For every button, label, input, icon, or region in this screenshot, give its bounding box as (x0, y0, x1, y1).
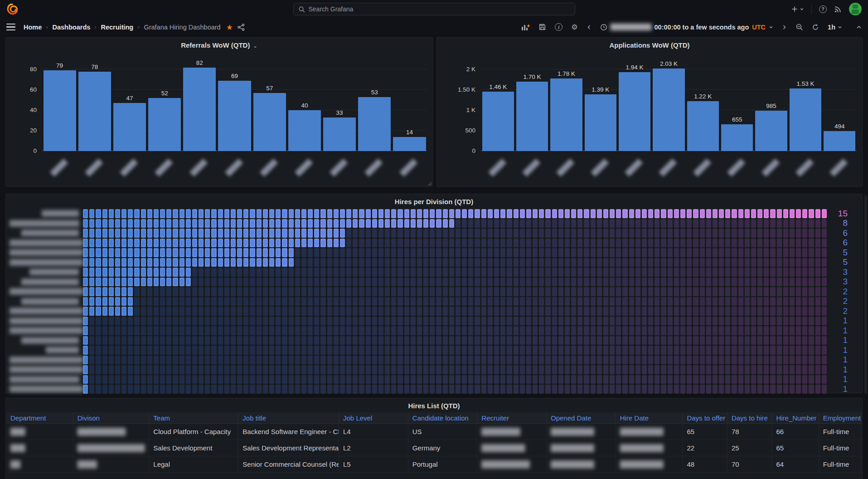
breadcrumb-item[interactable]: Dashboards (53, 24, 91, 31)
bar[interactable] (113, 103, 146, 151)
panel-title[interactable]: Hires List (QTD) (6, 402, 862, 410)
bar[interactable] (288, 110, 321, 151)
breadcrumb-bar: Home›Dashboards›Recruiting›Grafana Hirin… (0, 18, 868, 36)
gauge-cell (295, 268, 300, 277)
bar[interactable] (721, 124, 753, 151)
refresh-icon[interactable] (812, 24, 819, 31)
user-avatar[interactable] (849, 3, 862, 15)
bar[interactable] (824, 131, 855, 151)
grafana-logo[interactable] (6, 3, 18, 15)
search-input[interactable]: Search Grafana (293, 3, 575, 15)
share-icon[interactable] (238, 24, 245, 31)
gauge-cell (320, 239, 325, 248)
bar[interactable] (323, 117, 356, 151)
table-row[interactable]: ██████LegalSenior Commercial Counsel (Re… (6, 456, 862, 473)
breadcrumb-item[interactable]: Recruiting (101, 24, 134, 31)
gauge-cell (629, 297, 634, 306)
gauge-cell (713, 346, 718, 355)
gauge-cell (282, 307, 287, 316)
panel-resize-handle[interactable] (427, 181, 432, 186)
gauge-cell (565, 258, 570, 267)
gauge-cell (757, 287, 762, 296)
gauge-cell (276, 385, 281, 394)
gauge-cell (668, 287, 673, 296)
gauge-cell (770, 326, 775, 335)
bar[interactable] (358, 97, 391, 151)
column-header[interactable]: Divison (73, 412, 150, 423)
save-icon[interactable] (538, 23, 546, 31)
gauge-cell (552, 258, 557, 267)
gauge-cell (89, 317, 94, 326)
cell-text: 65 (687, 428, 694, 435)
bar[interactable] (183, 68, 216, 151)
breadcrumb-item[interactable]: Home (24, 24, 42, 31)
bar[interactable] (44, 70, 76, 151)
gauge-cell (128, 385, 133, 394)
column-header[interactable]: Job Level (339, 412, 408, 423)
column-header[interactable]: Hire Date (616, 412, 683, 423)
cell-text: 22 (687, 444, 694, 452)
table-row[interactable]: █████████████Cloud Platform - CapacityBa… (6, 424, 862, 440)
column-header[interactable]: Employment Type (819, 412, 862, 423)
settings-gear-icon[interactable]: ⚙ (571, 23, 577, 31)
gauge-cell (179, 326, 184, 335)
gauge-cell (719, 248, 724, 257)
gauge-cell (359, 336, 364, 345)
column-header[interactable]: Opened Date (547, 412, 616, 423)
news-rss-icon[interactable] (834, 5, 842, 13)
column-header[interactable]: Candidate location (408, 412, 478, 423)
gauge-cell (757, 326, 762, 335)
collapse-up-icon[interactable] (856, 25, 862, 29)
bar[interactable] (585, 94, 616, 151)
menu-icon[interactable] (6, 24, 15, 30)
favorite-star-icon[interactable]: ★ (226, 23, 233, 32)
gauge-cell (231, 385, 236, 394)
bar[interactable] (393, 137, 426, 151)
bar[interactable] (516, 82, 548, 151)
gauge-cell (391, 278, 396, 287)
gauge-cell (802, 385, 807, 394)
new-button[interactable] (791, 5, 804, 13)
bar[interactable] (619, 72, 650, 151)
gauge-cell (745, 356, 750, 365)
chevron-down-icon (800, 7, 804, 11)
bar[interactable] (550, 78, 582, 151)
bar[interactable] (755, 111, 787, 151)
column-header[interactable]: Job title (238, 412, 339, 423)
gauge-cell (539, 317, 544, 326)
gauge-cell (725, 336, 730, 345)
bar[interactable] (78, 72, 111, 151)
gauge-cell (327, 336, 332, 345)
table-row[interactable]: █████████████████Sales DevelopmentSales … (6, 440, 862, 456)
scrollbar[interactable] (864, 195, 867, 394)
column-header[interactable]: Days to hire (727, 412, 772, 423)
gauge-cell (102, 229, 107, 238)
zoom-out-icon[interactable] (795, 23, 803, 31)
column-header[interactable]: Hire_Number ↓ (772, 412, 819, 423)
time-forward-icon[interactable] (782, 24, 787, 30)
bar[interactable] (687, 101, 719, 151)
gauge-cell (199, 317, 204, 326)
gauge-cell (346, 375, 351, 384)
add-panel-icon[interactable] (521, 23, 530, 31)
bar[interactable] (653, 68, 684, 151)
panel-title[interactable]: Hires per Division (QTD) (6, 198, 862, 205)
gauge-cell (314, 268, 319, 277)
column-header[interactable]: Days to offer (683, 412, 727, 423)
bar[interactable] (482, 92, 514, 151)
column-header[interactable]: Team (149, 412, 238, 423)
bar[interactable] (218, 81, 251, 151)
bar[interactable] (253, 93, 286, 151)
division-label-redacted: ████████████████████ (10, 366, 83, 373)
gauge-cell (706, 326, 711, 335)
refresh-interval-picker[interactable]: 1h (828, 24, 842, 31)
column-header[interactable]: Recruiter (477, 412, 547, 423)
time-back-icon[interactable] (587, 24, 592, 30)
panel-info-icon[interactable]: i (555, 23, 563, 31)
bar[interactable] (790, 88, 821, 151)
column-header[interactable]: Department (6, 412, 73, 423)
time-range-picker[interactable]: ██████████ 00:00:00 to a few seconds ago… (600, 24, 774, 31)
bar[interactable] (148, 98, 181, 151)
help-icon[interactable]: ? (819, 5, 827, 13)
gauge-cell (539, 375, 544, 384)
